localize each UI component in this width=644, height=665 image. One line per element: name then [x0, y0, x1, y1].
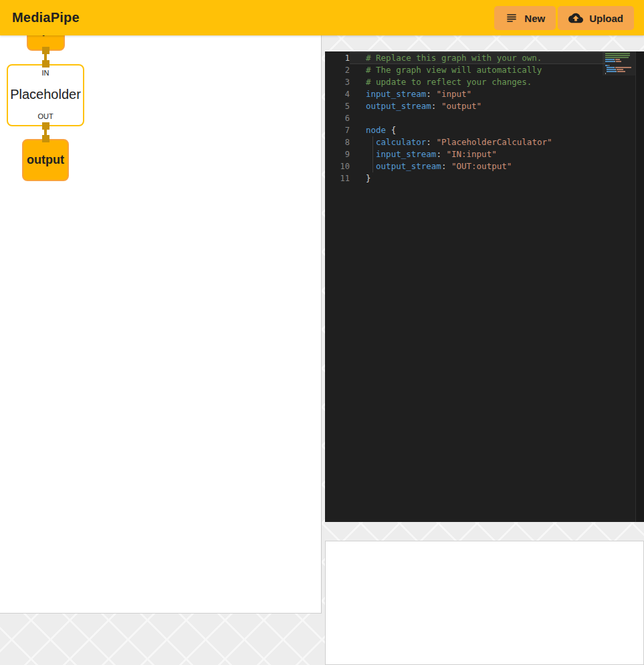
editor-line[interactable]: 4input_stream: "input" — [325, 88, 605, 100]
code-text — [350, 112, 605, 124]
subject-list-icon — [505, 11, 518, 25]
minimap[interactable] — [605, 53, 635, 75]
minimap-bar — [617, 69, 624, 70]
code-text: node { — [350, 124, 605, 136]
code-token: "IN:input" — [446, 149, 496, 159]
feedback-content — [325, 541, 644, 665]
editor-line[interactable]: 5output_stream: "output" — [325, 100, 605, 112]
graph-node-output[interactable]: output — [22, 139, 69, 181]
minimap-bar — [615, 69, 616, 70]
graph-node-placeholder-label: Placeholder — [10, 87, 81, 102]
code-text: output_stream: "OUT:output" — [350, 160, 605, 172]
indent-guide — [372, 160, 373, 172]
minimap-bar — [605, 55, 630, 56]
minimap-bar — [614, 67, 615, 68]
minimap-line — [605, 73, 635, 75]
graph-node-output-label: output — [27, 153, 64, 167]
header-actions: New Upload — [494, 6, 634, 30]
indent-guide — [372, 136, 373, 148]
new-button-label: New — [524, 13, 545, 24]
code-token: calculator — [376, 137, 426, 147]
graph-port — [42, 135, 49, 142]
editor-line[interactable]: 1# Replace this graph with your own. — [325, 52, 605, 64]
editor-line[interactable]: 10 output_stream: "OUT:output" — [325, 160, 605, 172]
graph-port — [42, 60, 49, 68]
minimap-bar — [615, 59, 620, 60]
placeholder-in-port-label: IN — [42, 69, 49, 77]
code-text: # update to reflect your changes. — [350, 76, 605, 88]
indent-guide — [372, 148, 373, 160]
code-token: "input" — [436, 89, 471, 99]
code-text: input_stream: "input" — [350, 88, 605, 100]
editor-line[interactable]: 8 calculator: "PlaceholderCalculator" — [325, 136, 605, 148]
code-token: output_stream — [376, 161, 441, 171]
line-number: 1 — [325, 52, 350, 64]
minimap-bar — [605, 59, 614, 60]
code-text: output_stream: "output" — [350, 100, 605, 112]
minimap-bar — [605, 61, 615, 62]
code-token — [366, 137, 376, 147]
code-text: calculator: "PlaceholderCalculator" — [350, 136, 605, 148]
minimap-bar — [605, 65, 608, 66]
code-token: node — [366, 125, 386, 135]
graph-port — [42, 122, 49, 130]
editor-line[interactable]: 11} — [325, 172, 605, 184]
app-title: MediaPipe — [12, 10, 80, 25]
code-token: { — [391, 125, 397, 135]
minimap-bar — [605, 53, 630, 54]
code-token — [386, 125, 391, 135]
editor-line[interactable]: 7node { — [325, 124, 605, 136]
line-number: 5 — [325, 100, 350, 112]
code-token: # Replace this graph with your own. — [366, 53, 542, 63]
code-token: input_stream — [366, 89, 426, 99]
code-token: "OUT:output" — [451, 161, 512, 171]
code-text: # The graph view will automatically — [350, 64, 605, 76]
code-text: } — [350, 172, 605, 184]
graph-canvas[interactable]: input IN Placeholder OUT output — [0, 0, 322, 614]
minimap-bar — [607, 67, 614, 68]
new-button[interactable]: New — [494, 6, 556, 30]
code-token: } — [366, 173, 371, 183]
code-text: input_stream: "IN:input" — [350, 148, 605, 160]
editor-line[interactable]: 9 input_stream: "IN:input" — [325, 148, 605, 160]
minimap-bar — [617, 71, 626, 72]
editor-line[interactable]: 6 — [325, 112, 605, 124]
graph-node-placeholder[interactable]: IN Placeholder OUT — [7, 64, 84, 126]
code-token — [366, 161, 376, 171]
minimap-bar — [605, 57, 629, 58]
minimap-bar — [614, 59, 615, 60]
graph-port — [42, 47, 49, 54]
placeholder-out-port-label: OUT — [37, 112, 53, 120]
editor-scrollbar[interactable] — [635, 51, 644, 522]
code-token: : — [426, 89, 431, 99]
editor-line[interactable]: 2# The graph view will automatically — [325, 64, 605, 76]
code-token: "PlaceholderCalculator" — [436, 137, 552, 147]
code-editor[interactable]: 1# Replace this graph with your own.2# T… — [325, 51, 644, 522]
line-number: 7 — [325, 124, 350, 136]
line-number: 2 — [325, 64, 350, 76]
minimap-bar — [607, 69, 615, 70]
code-token: # update to reflect your changes. — [366, 77, 532, 87]
code-token: "output" — [441, 101, 481, 111]
upload-button-label: Upload — [589, 13, 623, 24]
upload-button[interactable]: Upload — [558, 6, 634, 30]
minimap-bar — [615, 61, 615, 62]
code-text: # Replace this graph with your own. — [350, 52, 605, 64]
line-number: 8 — [325, 136, 350, 148]
line-number: 6 — [325, 112, 350, 124]
code-token — [446, 161, 451, 171]
code-token: : — [426, 137, 431, 147]
app-header: MediaPipe New Upload — [0, 0, 644, 35]
app-window: MediaPipe New Upload Graph — [0, 0, 644, 665]
line-number: 10 — [325, 160, 350, 172]
code-token — [436, 101, 441, 111]
line-number: 11 — [325, 172, 350, 184]
code-token: # The graph view will automatically — [366, 65, 542, 75]
line-number: 3 — [325, 76, 350, 88]
minimap-bar — [615, 67, 631, 68]
editor-code: 1# Replace this graph with your own.2# T… — [325, 52, 605, 184]
code-token: output_stream — [366, 101, 431, 111]
code-token: input_stream — [376, 149, 436, 159]
minimap-bar — [616, 71, 617, 72]
editor-line[interactable]: 3# update to reflect your changes. — [325, 76, 605, 88]
